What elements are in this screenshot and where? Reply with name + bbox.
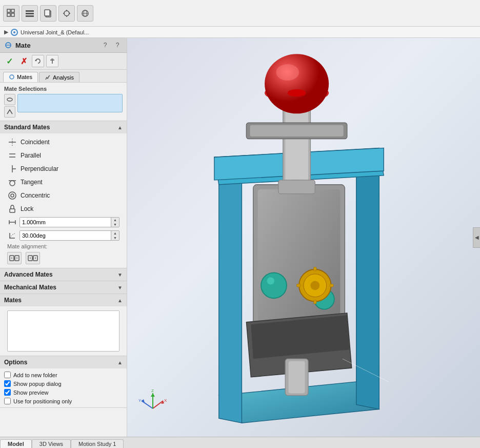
help-button-2[interactable]: ? xyxy=(112,40,123,50)
svg-rect-3 xyxy=(11,13,14,16)
option-show-popup: Show popup dialog xyxy=(4,379,123,388)
mates-tab-icon xyxy=(9,74,15,80)
svg-point-68 xyxy=(261,272,287,298)
action-row: ✓ ✗ xyxy=(0,53,127,70)
distance-input-row: ▲ ▼ xyxy=(3,216,124,229)
tab-motion-study[interactable]: Motion Study 1 xyxy=(71,439,124,448)
mate-selections-area: Mate Selections xyxy=(0,83,127,121)
toolbar-btn-list[interactable] xyxy=(22,5,38,22)
align-button-1[interactable] xyxy=(7,252,22,264)
angle-input[interactable] xyxy=(20,231,111,240)
help-button-1[interactable]: ? xyxy=(100,40,110,50)
mate-item-parallel[interactable]: Parallel xyxy=(3,149,124,162)
toolbar-btn-sphere[interactable] xyxy=(77,5,93,22)
svg-text:Y: Y xyxy=(138,398,142,403)
angle-spin-buttons: ▲ ▼ xyxy=(111,231,119,240)
show-popup-checkbox[interactable] xyxy=(4,380,11,387)
perpendicular-icon xyxy=(7,164,17,174)
add-folder-checkbox[interactable] xyxy=(4,372,11,378)
option-add-folder: Add to new folder xyxy=(4,371,123,379)
distance-decrement[interactable]: ▼ xyxy=(111,222,119,227)
svg-point-63 xyxy=(288,89,306,96)
svg-rect-75 xyxy=(314,300,316,304)
tab-mates[interactable]: Mates xyxy=(3,72,38,82)
mates-list xyxy=(7,310,119,352)
tabs-row: Mates Analysis xyxy=(0,70,127,83)
option-show-preview: Show preview xyxy=(4,388,123,397)
mate-selections-label: Mate Selections xyxy=(4,86,123,92)
title-arrow: ▶ xyxy=(4,29,8,35)
svg-rect-2 xyxy=(7,13,10,16)
mate-selections-row xyxy=(4,94,123,118)
svg-point-25 xyxy=(10,75,14,79)
undo-button[interactable] xyxy=(32,55,44,67)
mate-item-lock[interactable]: Lock xyxy=(3,202,124,216)
parallel-icon xyxy=(7,150,17,161)
svg-point-61 xyxy=(265,54,329,113)
option-positioning-only: Use for positioning only xyxy=(4,397,123,405)
svg-line-83 xyxy=(153,401,163,408)
pin-button[interactable] xyxy=(46,55,58,67)
viewport[interactable]: ◀ xyxy=(127,38,480,437)
mates-list-content xyxy=(0,306,127,356)
svg-rect-77 xyxy=(330,284,333,287)
advanced-mates-section: Advanced Mates ▼ xyxy=(0,268,127,281)
mate-item-coincident[interactable]: Coincident xyxy=(3,135,124,149)
toolbar-btn-grid[interactable] xyxy=(3,5,19,22)
svg-rect-65 xyxy=(250,125,344,137)
mate-item-concentric[interactable]: Concentric xyxy=(3,189,124,202)
tangent-icon xyxy=(7,177,17,187)
svg-text:X: X xyxy=(164,398,167,403)
alignment-label: Mate alignment: xyxy=(3,242,124,250)
mechanical-mates-header[interactable]: Mechanical Mates ▼ xyxy=(0,281,127,294)
svg-point-69 xyxy=(267,277,274,284)
face-select-icon[interactable] xyxy=(4,94,15,105)
options-header[interactable]: Options ▲ xyxy=(0,356,127,368)
cancel-button[interactable]: ✗ xyxy=(17,55,30,67)
mate-item-tangent[interactable]: Tangent xyxy=(3,176,124,189)
main-area: Mate ? ? ✓ ✗ Mates xyxy=(0,38,480,437)
edge-select-icon[interactable] xyxy=(4,106,15,118)
standard-mates-header[interactable]: Standard Mates ▲ xyxy=(0,121,127,133)
options-section: Options ▲ Add to new folder Show popup d… xyxy=(0,356,127,408)
positioning-only-checkbox[interactable] xyxy=(4,398,11,404)
toolbar-btn-crosshair[interactable] xyxy=(58,5,75,22)
svg-rect-6 xyxy=(26,15,34,17)
distance-spinbox[interactable]: ▲ ▼ xyxy=(19,217,119,227)
angle-increment[interactable]: ▲ xyxy=(111,231,119,236)
svg-rect-5 xyxy=(26,13,34,14)
distance-spin-buttons: ▲ ▼ xyxy=(111,218,119,227)
tab-3d-views[interactable]: 3D Views xyxy=(32,439,71,448)
svg-point-62 xyxy=(276,64,299,81)
3d-model-view xyxy=(127,38,480,437)
mates-section-header[interactable]: Mates ▲ xyxy=(0,294,127,306)
distance-input[interactable] xyxy=(20,218,111,227)
standard-mates-content: Coincident Parallel Perpendicular xyxy=(0,133,127,268)
svg-point-33 xyxy=(10,181,15,186)
svg-rect-4 xyxy=(26,10,34,12)
title-bar: ▶ Universal Joint_& (Defaul... xyxy=(0,27,480,38)
mate-selection-input[interactable] xyxy=(17,94,123,112)
svg-rect-74 xyxy=(314,267,316,271)
svg-point-35 xyxy=(9,192,16,199)
angle-icon xyxy=(7,230,17,241)
svg-line-85 xyxy=(142,401,153,408)
options-content: Add to new folder Show popup dialog Show… xyxy=(0,368,127,407)
advanced-mates-header[interactable]: Advanced Mates ▼ xyxy=(0,268,127,281)
svg-rect-8 xyxy=(45,10,50,16)
bottom-tabs: Model 3D Views Motion Study 1 xyxy=(0,437,480,448)
distance-increment[interactable]: ▲ xyxy=(111,218,119,222)
angle-spinbox[interactable]: ▲ ▼ xyxy=(19,230,119,241)
mate-item-perpendicular[interactable]: Perpendicular xyxy=(3,162,124,176)
tab-analysis[interactable]: Analysis xyxy=(39,72,79,82)
confirm-button[interactable]: ✓ xyxy=(3,55,15,67)
toolbar-btn-copy[interactable] xyxy=(40,5,56,22)
align-button-2[interactable] xyxy=(26,252,40,264)
tab-model[interactable]: Model xyxy=(0,439,32,448)
svg-point-36 xyxy=(11,194,14,197)
angle-decrement[interactable]: ▼ xyxy=(111,236,119,240)
svg-rect-81 xyxy=(289,361,305,394)
show-preview-checkbox[interactable] xyxy=(4,389,11,396)
panel-header: Mate ? ? xyxy=(0,38,127,53)
svg-rect-76 xyxy=(297,284,301,287)
